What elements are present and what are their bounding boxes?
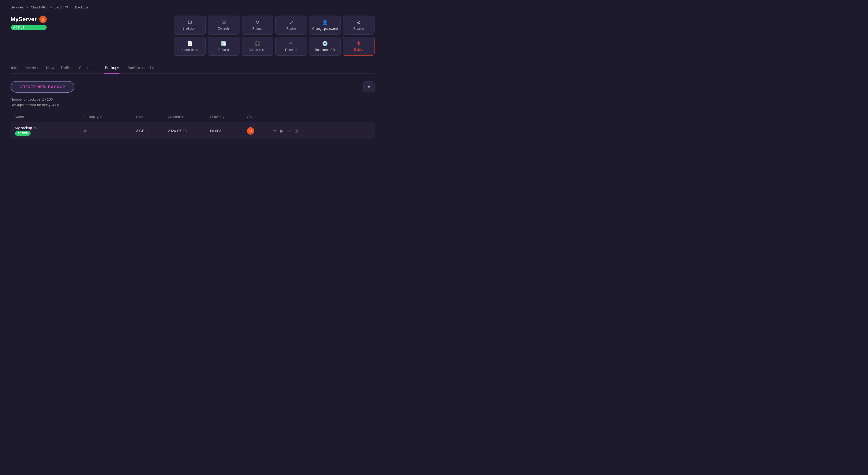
- col-actions: [273, 115, 305, 119]
- password-icon: 👤: [322, 20, 328, 25]
- create-ticket-button[interactable]: 🎧 Create ticket: [242, 37, 273, 56]
- table-row: MyBackup ✎ ACTIVE Manual 3 GB 2024-07-23…: [10, 122, 374, 139]
- tab-snapshots[interactable]: Snapshots: [79, 63, 97, 73]
- col-created-at: Created at: [168, 115, 210, 119]
- breadcrumb: Services > Cloud VPS > 5203773 > Backups: [10, 5, 374, 9]
- tab-info[interactable]: Info: [10, 63, 18, 73]
- rebuild-label: Rebuild: [218, 48, 229, 52]
- create-backup-button[interactable]: CREATE NEW BACKUP: [10, 81, 74, 93]
- reboot-icon: ↺: [255, 20, 259, 25]
- backup-status-badge: ACTIVE: [15, 131, 31, 136]
- col-backup-type: Backup type: [83, 115, 136, 119]
- boot-from-iso-label: Boot from ISO: [315, 48, 335, 52]
- table-header: Name Backup type Size Created at Price/d…: [10, 113, 374, 121]
- breadcrumb-current: Backups: [75, 5, 88, 9]
- reboot-button[interactable]: ↺ Reboot: [242, 16, 273, 35]
- col-price-day: Price/day: [210, 115, 247, 119]
- breadcrumb-cloud-vps[interactable]: Cloud VPS: [31, 5, 48, 9]
- backup-price-cell: €0.003: [210, 129, 247, 133]
- boot-from-iso-button[interactable]: 💿 Boot from ISO: [309, 37, 341, 56]
- rescue-button[interactable]: ⚙ Rescue: [343, 16, 374, 35]
- change-password-button[interactable]: 👤 Change password: [309, 16, 341, 35]
- instructions-label: Instructions: [182, 48, 198, 52]
- create-ticket-label: Create ticket: [248, 48, 266, 52]
- backup-stats: Number of backups: 1 / 100 Backups creat…: [10, 97, 374, 107]
- console-icon: 🖥: [221, 20, 226, 25]
- breadcrumb-services[interactable]: Services: [10, 5, 24, 9]
- col-os: OS: [247, 115, 273, 119]
- breadcrumb-id[interactable]: 5203773: [55, 5, 68, 9]
- rename-icon: ✏: [289, 41, 293, 47]
- ticket-icon: 🎧: [254, 41, 260, 47]
- delete-label: Delete: [354, 48, 364, 52]
- resize-label: Resize: [286, 27, 296, 31]
- backup-edit-icon[interactable]: ✏: [273, 128, 277, 133]
- top-bar: CREATE NEW BACKUP ▼: [10, 81, 374, 93]
- server-info: MyServer U ACTIVE: [10, 16, 47, 30]
- tabs-nav: Info Metrics Network Traffic Snapshots B…: [10, 63, 374, 73]
- backup-name-cell: MyBackup ✎ ACTIVE: [15, 126, 83, 136]
- filter-button[interactable]: ▼: [364, 81, 374, 92]
- delete-button[interactable]: 🗑 Delete: [343, 37, 374, 56]
- resize-icon: ⤢: [289, 20, 293, 25]
- backup-row-actions: ✏ ▶ ↩ 🗑: [273, 128, 305, 133]
- backup-delete-icon[interactable]: 🗑: [294, 128, 299, 133]
- resize-button[interactable]: ⤢ Resize: [275, 16, 307, 35]
- change-password-label: Change password: [312, 27, 338, 31]
- iso-icon: 💿: [322, 41, 328, 47]
- tab-metrics[interactable]: Metrics: [25, 63, 38, 73]
- rescue-label: Rescue: [353, 27, 364, 31]
- rebuild-button[interactable]: 🔄 Rebuild: [208, 37, 240, 56]
- shut-down-button[interactable]: ⏻ Shut down: [174, 16, 206, 35]
- reboot-label: Reboot: [252, 27, 263, 31]
- console-button[interactable]: 🖥 Console: [208, 16, 240, 35]
- tab-network-traffic[interactable]: Network Traffic: [45, 63, 71, 73]
- backup-count-stat: Number of backups: 1 / 100: [10, 97, 374, 101]
- col-name: Name: [15, 115, 83, 119]
- inline-edit-icon[interactable]: ✎: [34, 126, 37, 130]
- backup-type-cell: Manual: [83, 129, 136, 133]
- filter-icon: ▼: [367, 84, 371, 90]
- backup-size-cell: 3 GB: [136, 129, 168, 133]
- backup-ubuntu-icon: U: [247, 127, 254, 135]
- content-area: CREATE NEW BACKUP ▼ Number of backups: 1…: [10, 81, 374, 139]
- backup-os-cell: U: [247, 127, 273, 135]
- action-buttons-row2: 📄 Instructions 🔄 Rebuild 🎧 Create ticket…: [174, 37, 374, 56]
- action-buttons-container: ⏻ Shut down 🖥 Console ↺ Reboot ⤢ Resize …: [174, 16, 374, 56]
- instructions-button[interactable]: 📄 Instructions: [174, 37, 206, 56]
- ubuntu-icon: U: [39, 16, 47, 23]
- server-name: MyServer: [10, 16, 37, 23]
- delete-icon: 🗑: [356, 41, 361, 46]
- tab-backup-schedules[interactable]: Backup schedules: [127, 63, 158, 73]
- rebuild-icon: 🔄: [221, 41, 226, 47]
- backup-table: Name Backup type Size Created at Price/d…: [10, 113, 374, 139]
- backup-today-stat: Backups created for today: 4 / 5: [10, 103, 374, 107]
- backup-created-at-cell: 2024-07-23: [168, 129, 210, 133]
- server-status-badge: ACTIVE: [10, 25, 47, 30]
- instructions-icon: 📄: [187, 41, 193, 47]
- backup-name: MyBackup: [15, 126, 32, 130]
- power-icon: ⏻: [188, 20, 192, 25]
- server-header: MyServer U ACTIVE ⏻ Shut down 🖥 Console …: [10, 16, 374, 56]
- tab-backups[interactable]: Backups: [104, 63, 120, 73]
- col-size: Size: [136, 115, 168, 119]
- rename-button[interactable]: ✏ Rename: [275, 37, 307, 56]
- rescue-icon: ⚙: [356, 20, 361, 25]
- shut-down-label: Shut down: [183, 27, 197, 30]
- action-buttons-row1: ⏻ Shut down 🖥 Console ↺ Reboot ⤢ Resize …: [174, 16, 374, 35]
- rename-label: Rename: [285, 48, 297, 52]
- console-label: Console: [218, 27, 229, 30]
- backup-rollback-icon[interactable]: ↩: [287, 128, 291, 133]
- backup-restore-icon[interactable]: ▶: [280, 128, 283, 133]
